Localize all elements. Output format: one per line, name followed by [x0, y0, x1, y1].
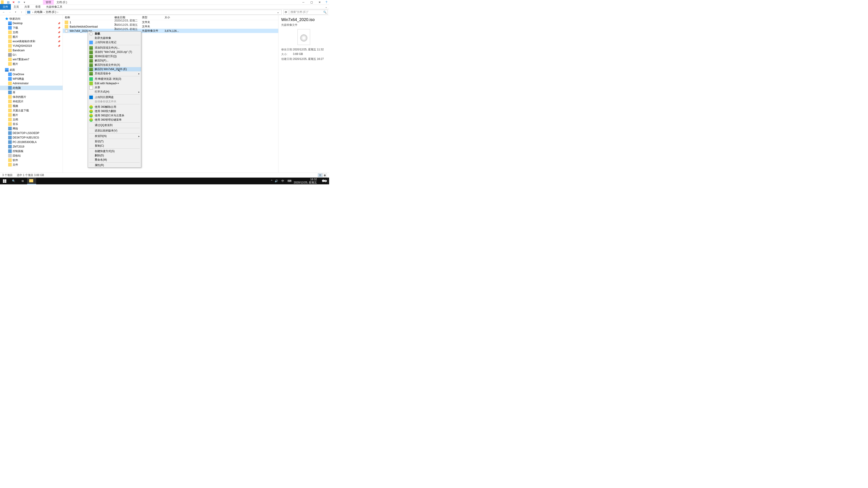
context-menu-item[interactable]: 其他压缩命令▸	[88, 71, 141, 76]
tab-home[interactable]: 主页	[11, 4, 22, 10]
context-menu-item[interactable]: 复制(C)	[88, 144, 141, 148]
sidebar-item[interactable]: WPS网盘	[0, 76, 63, 81]
qat-dropdown-icon[interactable]: ▾	[23, 0, 26, 4]
tab-share[interactable]: 共享	[22, 4, 33, 10]
sidebar-item[interactable]: DESKTOP-NJEU3CG	[0, 135, 63, 140]
sidebar-item[interactable]: Desktop📌	[0, 21, 63, 26]
search-icon[interactable]: 🔍	[323, 11, 327, 14]
qat-folder-icon[interactable]	[1, 0, 4, 4]
sidebar-item[interactable]: 软件	[0, 158, 63, 162]
column-size[interactable]: 大小	[164, 15, 180, 20]
context-menu-item[interactable]: 删除(D)	[88, 153, 141, 158]
tab-view[interactable]: 查看	[33, 4, 43, 10]
file-row[interactable]: 12020/12/15, 星期二 1...文件夹	[63, 20, 278, 24]
context-menu-item[interactable]: 用360压缩打开(Q)	[88, 54, 141, 59]
sidebar-item[interactable]: 回收站	[0, 153, 63, 158]
show-desktop-button[interactable]	[328, 177, 329, 184]
context-menu-item[interactable]: 解压到(F)...	[88, 59, 141, 63]
nav-up-button[interactable]: ↑	[19, 10, 24, 15]
ime-mode-icon[interactable]: ⌨	[287, 177, 292, 184]
sidebar-item[interactable]: DESKTOP-LSSOEDP	[0, 131, 63, 135]
help-button[interactable]: ?	[324, 0, 329, 4]
view-icons-button[interactable]: ▦	[322, 173, 327, 177]
context-menu-item[interactable]: 使用 360管理右键菜单	[88, 118, 141, 122]
breadcrumb[interactable]: › 此电脑 › 文档 (E:) › ⌄	[26, 10, 282, 15]
file-row[interactable]: BaiduNetdiskDownload2020/12/25, 星期五 1...…	[63, 24, 278, 29]
context-menu-item[interactable]: 共享	[88, 86, 141, 90]
sidebar-quick-access[interactable]: 快速访问	[0, 17, 63, 21]
context-menu-item[interactable]: 属性(R)	[88, 163, 141, 167]
context-menu-item[interactable]: 通过QQ发送到	[88, 123, 141, 127]
sidebar-item[interactable]: 文档📌	[0, 30, 63, 35]
notifications-button[interactable]: 💬3	[319, 180, 328, 183]
breadcrumb-root[interactable]: 此电脑	[34, 10, 43, 14]
context-menu-item[interactable]: 上传到百度网盘	[88, 95, 141, 99]
sidebar-item[interactable]: win7重装win7	[0, 57, 63, 62]
chevron-right-icon[interactable]: ›	[31, 11, 34, 14]
tab-disc-tools[interactable]: 光盘映像工具	[43, 4, 65, 10]
sidebar-item[interactable]: 库	[0, 90, 63, 95]
sidebar-item[interactable]: 视频	[0, 104, 63, 108]
sidebar-item[interactable]: 控制面板	[0, 149, 63, 153]
context-menu-item[interactable]: 刻录光盘映像	[88, 36, 141, 40]
chevron-right-icon[interactable]: ›	[43, 11, 45, 14]
context-menu-item[interactable]: 装载	[88, 32, 141, 36]
context-menu-item[interactable]: 解压到当前文件夹(X)	[88, 63, 141, 67]
nav-back-button[interactable]: ←	[1, 10, 6, 15]
sidebar-item[interactable]: OneDrive	[0, 72, 63, 76]
context-menu-item[interactable]: 使用 360强力删除	[88, 109, 141, 113]
sidebar-item[interactable]: 保存的图片	[0, 95, 63, 99]
sidebar-item[interactable]: 图片	[0, 62, 63, 66]
context-menu-item[interactable]: 用 蜂蜜浏览器 浏览(3)	[88, 77, 141, 81]
search-button[interactable]: 🔍	[9, 177, 18, 184]
sidebar-item[interactable]: ZMT2019	[0, 144, 63, 149]
sidebar-item[interactable]: YUNQISHI2019📌	[0, 43, 63, 48]
context-menu-item[interactable]: 解压到 Win7x64_2020\ (E)	[88, 67, 141, 71]
start-button[interactable]	[0, 177, 9, 184]
context-menu-item[interactable]: 添加到压缩文件(A)...	[88, 46, 141, 50]
context-menu-item[interactable]: 添加到 "Win7x64_2020.zip" (T)	[88, 50, 141, 54]
ime-indicator[interactable]: 中	[279, 179, 287, 183]
context-menu-item[interactable]: 打开方式(H)▸	[88, 90, 141, 94]
sidebar-item[interactable]: Administrator	[0, 81, 63, 86]
sidebar-item[interactable]: Bandicam	[0, 48, 63, 53]
sidebar-item[interactable]: 此电脑	[0, 86, 63, 90]
context-menu-item[interactable]: 使用 360进行木马云查杀	[88, 113, 141, 118]
qat-close-icon[interactable]: ✕	[12, 0, 16, 4]
sidebar-item[interactable]: 音乐	[0, 122, 63, 126]
context-menu-item[interactable]: 重命名(M)	[88, 158, 141, 162]
close-button[interactable]: ✕	[315, 0, 324, 4]
qat-refresh-icon[interactable]: ⟳	[17, 0, 21, 4]
sidebar-item[interactable]: excel表格制作求和📌	[0, 39, 63, 43]
refresh-button[interactable]: ⟳	[283, 10, 288, 15]
sidebar-item[interactable]: PC-20190530OBLA	[0, 140, 63, 144]
context-menu-item[interactable]: 还原以前的版本(V)	[88, 129, 141, 133]
breadcrumb-computer-icon[interactable]	[27, 11, 31, 13]
maximize-button[interactable]: ▢	[307, 0, 315, 4]
context-menu-item[interactable]: 剪切(T)	[88, 139, 141, 144]
context-menu-item[interactable]: Edit with Notepad++	[88, 81, 141, 86]
sidebar-item[interactable]: 天翼云盘下载	[0, 108, 63, 113]
chevron-right-icon[interactable]: ›	[57, 11, 59, 14]
column-name[interactable]: 名称	[65, 15, 114, 20]
sidebar-item[interactable]: G:\	[0, 53, 63, 57]
sidebar-item[interactable]: 图片📌	[0, 35, 63, 39]
breadcrumb-drive[interactable]: 文档 (E:)	[45, 10, 57, 14]
nav-recent-dropdown[interactable]: ▼	[13, 10, 18, 15]
sidebar-item[interactable]: 下载📌	[0, 26, 63, 30]
sidebar-desktop-section[interactable]: 桌面	[0, 68, 63, 72]
sidebar-item[interactable]: 图片	[0, 113, 63, 117]
sidebar-item[interactable]: 网络	[0, 126, 63, 131]
ribbon-expand-icon[interactable]: ⌄	[323, 5, 329, 8]
sidebar-item[interactable]: 文档	[0, 117, 63, 122]
search-input[interactable]: 搜索"文档 (E:)" 🔍	[289, 10, 328, 15]
explorer-task-button[interactable]	[27, 177, 36, 184]
context-menu-item[interactable]: 上传到有道云笔记	[88, 40, 141, 44]
taskbar-clock[interactable]: 16:32 2020/12/25, 星期五	[292, 178, 319, 184]
tray-expand-icon[interactable]: ⌃	[270, 177, 274, 184]
qat-save-icon[interactable]: ▤	[6, 0, 10, 4]
breadcrumb-dropdown-icon[interactable]: ⌄	[276, 11, 281, 14]
nav-forward-button[interactable]: →	[7, 10, 12, 15]
context-menu-item[interactable]: 发送到(N)▸	[88, 134, 141, 138]
column-type[interactable]: 类型	[142, 15, 164, 20]
